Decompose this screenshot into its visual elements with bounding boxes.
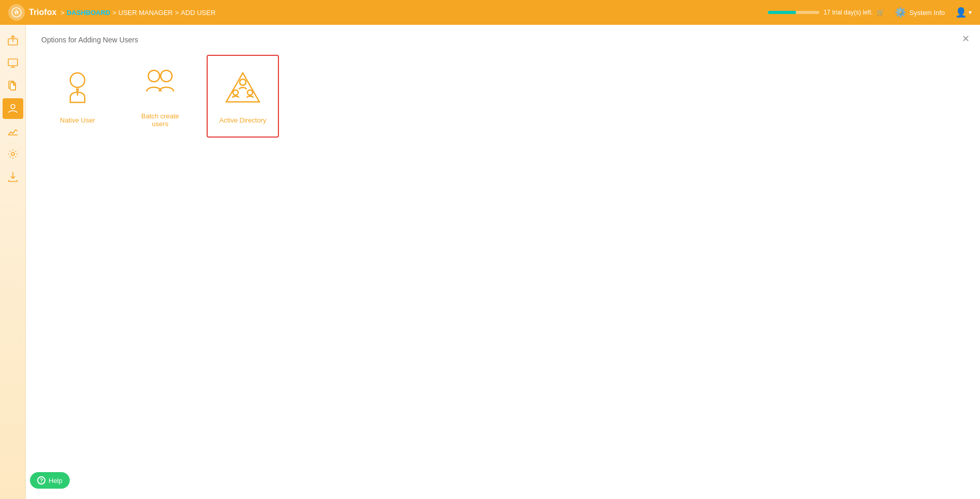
user-icon: 👤 <box>955 7 967 18</box>
option-active-directory[interactable]: Active Directory <box>207 55 279 138</box>
cart-icon[interactable]: 🛒 <box>877 9 884 16</box>
svg-point-13 <box>240 79 246 85</box>
sidebar-item-monitor[interactable] <box>3 53 23 73</box>
user-menu[interactable]: 👤 ▾ <box>955 7 972 18</box>
header-right: 17 trial day(s) left. 🛒 ⚙️ System Info 👤… <box>768 7 972 18</box>
sidebar-item-settings[interactable] <box>3 144 23 164</box>
svg-point-14 <box>233 90 238 95</box>
breadcrumb: > DASHBOARD > USER MANAGER > ADD USER <box>60 9 215 17</box>
logo-text: Triofox <box>29 8 56 17</box>
layout: Options for Adding New Users ✕ Nati <box>0 25 980 499</box>
gear-icon: ⚙️ <box>895 7 906 18</box>
help-label: Help <box>49 477 63 485</box>
breadcrumb-dashboard[interactable]: DASHBOARD <box>67 9 111 17</box>
svg-point-11 <box>161 70 172 82</box>
trial-text: 17 trial day(s) left. <box>823 9 873 16</box>
options-container: Native User Batch create users <box>41 55 965 138</box>
sidebar-item-users[interactable] <box>3 98 23 119</box>
active-directory-label: Active Directory <box>219 116 266 124</box>
sidebar-item-files[interactable] <box>3 75 23 96</box>
svg-point-10 <box>148 70 160 82</box>
svg-point-8 <box>70 73 85 87</box>
trial-progress-bar <box>768 11 819 14</box>
sidebar <box>0 25 26 499</box>
system-info-button[interactable]: ⚙️ System Info <box>895 7 945 18</box>
svg-point-7 <box>11 153 14 156</box>
sidebar-item-share[interactable] <box>3 30 23 51</box>
trial-progress-fill <box>768 11 796 14</box>
chevron-down-icon: ▾ <box>969 9 972 16</box>
help-icon: ? <box>37 476 45 485</box>
svg-point-5 <box>11 104 15 109</box>
breadcrumb-add-user: ADD USER <box>181 9 215 17</box>
option-native-user[interactable]: Native User <box>41 55 114 138</box>
main-content: Options for Adding New Users ✕ Nati <box>26 25 980 499</box>
native-user-label: Native User <box>60 116 95 124</box>
active-directory-icon <box>222 69 263 110</box>
sidebar-item-chart[interactable] <box>3 121 23 142</box>
breadcrumb-user-manager: USER MANAGER <box>118 9 173 17</box>
svg-point-15 <box>247 90 253 95</box>
native-user-icon <box>57 69 98 110</box>
system-info-label: System Info <box>909 9 945 17</box>
page-title: Options for Adding New Users <box>41 36 138 44</box>
trial-info: 17 trial day(s) left. 🛒 <box>768 9 884 16</box>
close-button[interactable]: ✕ <box>962 33 970 44</box>
option-batch-create[interactable]: Batch create users <box>124 55 196 138</box>
batch-create-icon <box>139 65 181 106</box>
batch-create-label: Batch create users <box>133 112 187 128</box>
sidebar-item-download[interactable] <box>3 167 23 187</box>
logo[interactable]: Triofox <box>8 4 56 21</box>
logo-icon <box>8 4 25 21</box>
header: Triofox > DASHBOARD > USER MANAGER > ADD… <box>0 0 980 25</box>
svg-rect-2 <box>8 59 18 66</box>
help-button[interactable]: ? Help <box>30 472 70 489</box>
